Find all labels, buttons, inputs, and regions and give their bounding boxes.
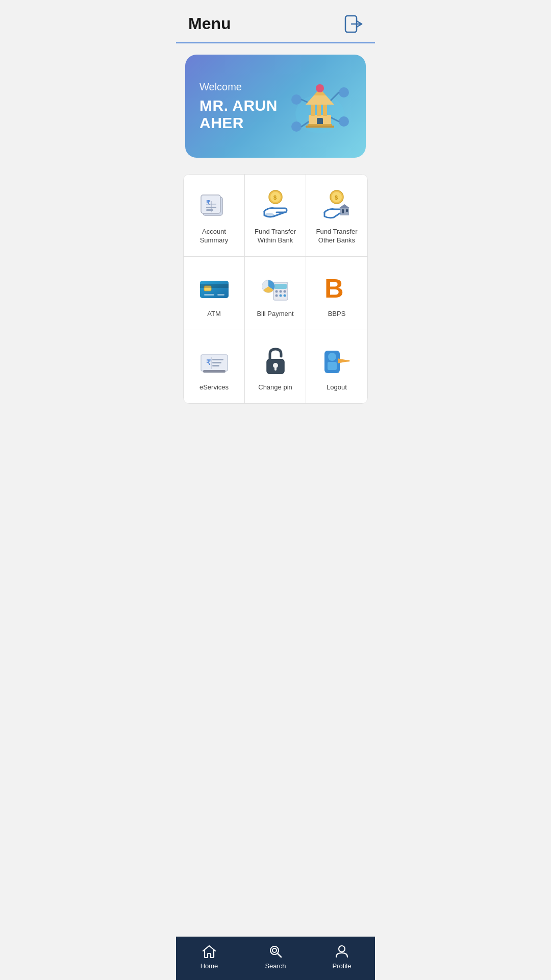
svg-text:B: B [324, 274, 344, 303]
nav-search[interactable]: Search [242, 944, 309, 970]
svg-rect-44 [217, 294, 224, 296]
nav-search-label: Search [265, 962, 286, 970]
svg-point-5 [339, 116, 349, 127]
svg-rect-68 [328, 362, 337, 370]
bbps-icon: B [320, 271, 353, 304]
atm-icon [198, 271, 231, 304]
svg-rect-58 [212, 359, 223, 360]
logout-menu-icon [320, 345, 353, 377]
svg-rect-38 [346, 209, 348, 212]
svg-point-47 [275, 290, 278, 292]
svg-text:$: $ [273, 194, 277, 201]
svg-line-71 [278, 953, 281, 957]
svg-point-51 [279, 294, 282, 297]
fund-transfer-within-label: Fund Transfer Within Bank [250, 228, 300, 245]
eservices-label: eServices [199, 383, 229, 392]
bill-payment-icon [259, 271, 292, 304]
svg-point-6 [291, 121, 302, 132]
svg-point-50 [275, 294, 278, 297]
menu-item-fund-transfer-other[interactable]: $ Fund Transfer Other Banks [306, 175, 367, 257]
profile-icon [334, 944, 349, 959]
svg-rect-37 [342, 209, 344, 213]
account-summary-icon: ₹ [198, 189, 231, 222]
fund-transfer-within-icon: $ [259, 189, 292, 222]
svg-rect-42 [200, 284, 229, 288]
svg-point-48 [279, 290, 282, 292]
eservices-icon: ₹ [198, 345, 231, 377]
svg-rect-43 [204, 294, 214, 296]
header-logout-icon[interactable] [344, 15, 363, 33]
header-title: Menu [188, 14, 231, 33]
atm-label: ATM [207, 310, 220, 318]
svg-text:$: $ [335, 194, 338, 201]
logout-label: Logout [327, 383, 347, 392]
svg-rect-25 [206, 209, 213, 211]
menu-item-eservices[interactable]: ₹ eServices [184, 330, 245, 403]
svg-rect-46 [274, 284, 287, 289]
menu-item-change-pin[interactable]: Change pin [245, 330, 306, 403]
change-pin-icon [259, 345, 292, 377]
user-name: MR. ARUN AHER [199, 97, 285, 132]
nav-profile-label: Profile [333, 962, 352, 970]
svg-point-67 [328, 353, 336, 361]
welcome-text-block: Welcome MR. ARUN AHER [199, 81, 285, 132]
svg-point-72 [339, 946, 345, 952]
fund-transfer-other-icon: $ [320, 189, 353, 222]
svg-rect-13 [317, 105, 321, 116]
menu-item-logout[interactable]: Logout [306, 330, 367, 403]
svg-point-49 [283, 290, 286, 292]
svg-rect-14 [323, 105, 327, 116]
svg-point-3 [291, 94, 302, 105]
bottom-navigation: Home Search Profile [176, 937, 375, 980]
svg-point-70 [272, 948, 277, 952]
svg-point-17 [316, 84, 324, 92]
menu-item-bill-payment[interactable]: Bill Payment [245, 257, 306, 330]
bbps-label: BBPS [328, 310, 346, 318]
svg-point-52 [283, 294, 286, 297]
search-icon [268, 944, 283, 959]
account-summary-label: Account Summary [189, 228, 239, 245]
welcome-label: Welcome [199, 81, 285, 93]
svg-marker-36 [339, 204, 350, 208]
svg-text:₹: ₹ [206, 199, 211, 207]
svg-rect-60 [212, 365, 219, 366]
svg-point-31 [264, 213, 274, 218]
nav-home[interactable]: Home [176, 944, 242, 970]
bank-illustration [285, 73, 352, 139]
menu-item-fund-transfer-within[interactable]: $ Fund Transfer Within Bank [245, 175, 306, 257]
svg-text:₹: ₹ [206, 358, 211, 366]
svg-point-4 [339, 87, 349, 97]
menu-item-account-summary[interactable]: ₹ Account Summary [184, 175, 245, 257]
nav-profile[interactable]: Profile [309, 944, 375, 970]
svg-rect-59 [212, 362, 221, 363]
menu-item-atm[interactable]: ATM [184, 257, 245, 330]
svg-rect-18 [317, 118, 323, 125]
welcome-banner: Welcome MR. ARUN AHER [185, 55, 366, 158]
svg-rect-12 [311, 105, 315, 116]
menu-item-bbps[interactable]: B BBPS [306, 257, 367, 330]
svg-rect-56 [203, 370, 226, 373]
change-pin-label: Change pin [258, 383, 292, 392]
menu-grid: ₹ Account Summary $ F [183, 174, 368, 404]
home-icon [202, 944, 217, 959]
fund-transfer-other-label: Fund Transfer Other Banks [311, 228, 362, 245]
svg-rect-64 [274, 366, 277, 371]
svg-rect-20 [306, 126, 334, 128]
bill-payment-label: Bill Payment [257, 310, 293, 318]
nav-home-label: Home [201, 962, 218, 970]
app-header: Menu [176, 0, 375, 43]
